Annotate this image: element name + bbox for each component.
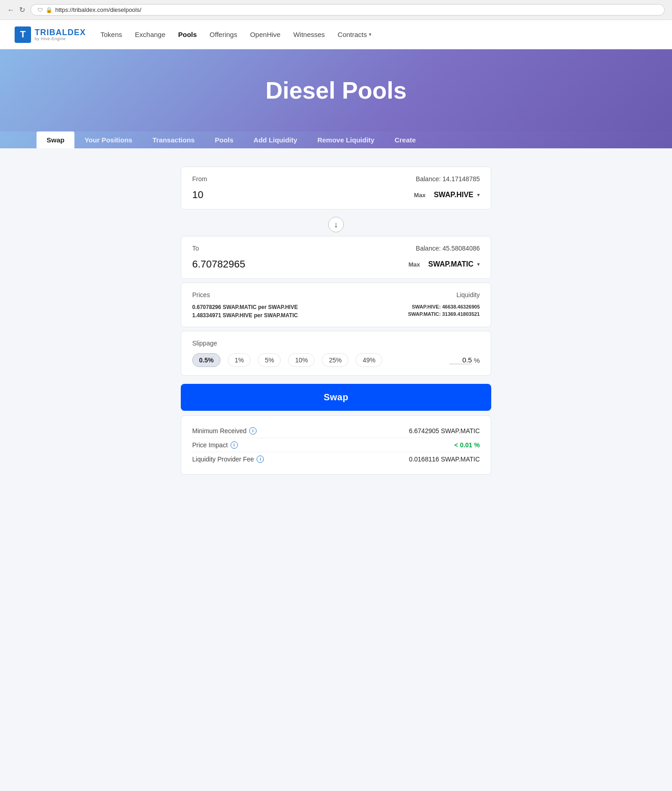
prices-panel: Prices Liquidity 0.67078296 SWAP.MATIC p… [181, 283, 491, 327]
swap-direction-wrap: ↓ [181, 213, 491, 236]
price-impact-label: Price Impact [192, 441, 228, 449]
logo-text: TRIBALDEX by Hive-Engine [35, 28, 86, 41]
min-received-info-icon[interactable]: i [249, 427, 257, 435]
to-token-selector[interactable]: Max SWAP.MATIC ▾ [409, 260, 480, 268]
tab-your-positions[interactable]: Your Positions [74, 131, 142, 148]
swap-container: From Balance: 14.17148785 Max SWAP.HIVE … [181, 167, 491, 478]
lp-fee-info-icon[interactable]: i [257, 456, 264, 463]
tab-transactions[interactable]: Transactions [142, 131, 205, 148]
liquidity-right: SWAP.HIVE: 46638.46326905 SWAP.MATIC: 31… [408, 304, 480, 317]
nav-tokens[interactable]: Tokens [100, 31, 122, 38]
url-text: https://tribaldex.com/dieselpools/ [55, 6, 142, 13]
slippage-label: Slippage [192, 340, 480, 347]
min-received-key: Minimum Received i [192, 427, 257, 435]
to-label: To [192, 245, 199, 252]
arrow-down-icon: ↓ [334, 220, 338, 230]
slippage-btn-25[interactable]: 25% [322, 353, 348, 367]
logo-name: TRIBALDEX [35, 28, 86, 37]
lock-icon: 🔒 [46, 7, 52, 13]
tab-remove-liquidity[interactable]: Remove Liquidity [307, 131, 384, 148]
min-received-value: 6.6742905 SWAP.MATIC [409, 427, 480, 435]
nav-pools[interactable]: Pools [178, 31, 197, 38]
from-balance: Balance: 14.17148785 [416, 175, 480, 183]
address-bar[interactable]: 🛡 🔒 https://tribaldex.com/dieselpools/ [31, 4, 665, 16]
liquidity-2: SWAP.MATIC: 31369.41803521 [408, 311, 480, 317]
to-max-button[interactable]: Max [409, 261, 420, 268]
price-2: 1.48334971 SWAP.HIVE per SWAP.MATIC [192, 312, 298, 319]
slippage-options: 0.5% 1% 5% 10% 25% 49% % [192, 353, 480, 367]
logo-icon: T [15, 26, 31, 43]
chevron-down-icon: ▾ [369, 31, 372, 37]
tab-bar: Swap Your Positions Transactions Pools A… [0, 131, 672, 148]
tab-create[interactable]: Create [384, 131, 426, 148]
slippage-btn-1[interactable]: 1% [228, 353, 251, 367]
lp-fee-value: 0.0168116 SWAP.MATIC [409, 456, 480, 463]
slippage-btn-0.5[interactable]: 0.5% [192, 353, 220, 367]
slippage-custom-wrap: % [449, 356, 480, 364]
main-content: From Balance: 14.17148785 Max SWAP.HIVE … [0, 148, 672, 497]
prices-label: Prices [192, 291, 210, 299]
swap-direction-button[interactable]: ↓ [328, 217, 344, 232]
navbar: T TRIBALDEX by Hive-Engine Tokens Exchan… [0, 20, 672, 49]
from-panel: From Balance: 14.17148785 Max SWAP.HIVE … [181, 167, 491, 210]
logo-link[interactable]: T TRIBALDEX by Hive-Engine [15, 26, 86, 43]
browser-chrome: ← ↻ 🛡 🔒 https://tribaldex.com/dieselpool… [0, 0, 672, 20]
liquidity-1: SWAP.HIVE: 46638.46326905 [408, 304, 480, 309]
info-panel: Minimum Received i 6.6742905 SWAP.MATIC … [181, 415, 491, 475]
from-token-chevron-icon: ▾ [477, 192, 480, 198]
slippage-btn-49[interactable]: 49% [356, 353, 382, 367]
to-token-chevron-icon: ▾ [477, 261, 480, 267]
nav-witnesses[interactable]: Witnesses [293, 31, 325, 38]
lp-fee-label: Liquidity Provider Fee [192, 456, 254, 463]
logo-sub: by Hive-Engine [35, 37, 86, 41]
from-max-button[interactable]: Max [414, 192, 425, 199]
slippage-btn-10[interactable]: 10% [288, 353, 315, 367]
nav-links: Tokens Exchange Pools Offerings OpenHive… [100, 31, 372, 39]
from-token-name: SWAP.HIVE [434, 191, 473, 199]
price-1: 0.67078296 SWAP.MATIC per SWAP.HIVE [192, 304, 298, 310]
price-left: 0.67078296 SWAP.MATIC per SWAP.HIVE 1.48… [192, 304, 298, 319]
slippage-custom-input[interactable] [449, 356, 472, 364]
info-row-min-received: Minimum Received i 6.6742905 SWAP.MATIC [192, 424, 480, 438]
price-impact-value: < 0.01 % [454, 441, 480, 449]
browser-nav: ← ↻ [7, 5, 25, 14]
info-row-lp-fee: Liquidity Provider Fee i 0.0168116 SWAP.… [192, 452, 480, 466]
from-token-selector[interactable]: Max SWAP.HIVE ▾ [414, 191, 480, 199]
price-impact-info-icon[interactable]: i [231, 441, 238, 449]
to-token-name: SWAP.MATIC [428, 260, 473, 268]
nav-openhive[interactable]: OpenHive [250, 31, 281, 38]
tab-swap[interactable]: Swap [37, 131, 74, 148]
liquidity-label: Liquidity [457, 291, 480, 299]
slippage-btn-5[interactable]: 5% [258, 353, 281, 367]
back-button[interactable]: ← [7, 5, 15, 14]
slippage-panel: Slippage 0.5% 1% 5% 10% 25% 49% % [181, 331, 491, 376]
price-impact-key: Price Impact i [192, 441, 238, 449]
to-balance: Balance: 45.58084086 [416, 245, 480, 252]
tab-pools[interactable]: Pools [205, 131, 243, 148]
info-row-price-impact: Price Impact i < 0.01 % [192, 438, 480, 452]
to-amount-input[interactable] [192, 258, 284, 270]
min-received-label: Minimum Received [192, 427, 247, 435]
nav-offerings[interactable]: Offerings [210, 31, 237, 38]
from-amount-input[interactable] [192, 189, 284, 201]
reload-button[interactable]: ↻ [19, 5, 25, 14]
tab-add-liquidity[interactable]: Add Liquidity [243, 131, 307, 148]
hero-banner: Diesel Pools [0, 49, 672, 131]
nav-contracts[interactable]: Contracts ▾ [338, 31, 372, 38]
to-panel: To Balance: 45.58084086 Max SWAP.MATIC ▾ [181, 236, 491, 279]
from-label: From [192, 175, 207, 183]
nav-exchange[interactable]: Exchange [135, 31, 166, 38]
hero-title: Diesel Pools [265, 77, 406, 104]
lp-fee-key: Liquidity Provider Fee i [192, 456, 264, 463]
slippage-percent-sign: % [474, 356, 480, 364]
shield-icon: 🛡 [37, 7, 43, 13]
swap-button[interactable]: Swap [181, 384, 491, 411]
